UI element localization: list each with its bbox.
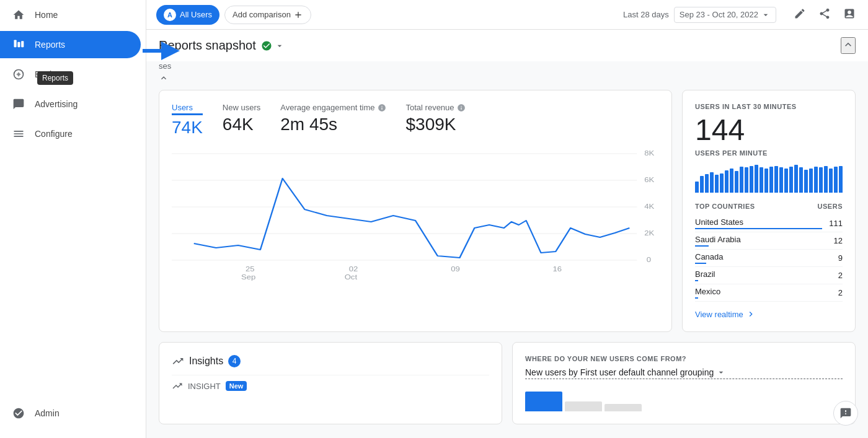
sidebar-item-home[interactable]: Home — [0, 1, 141, 28]
insights-count-badge: 4 — [228, 355, 241, 367]
svg-text:09: 09 — [451, 265, 460, 273]
country-list: United States 111 Saudi Arabia 12 Canada… — [695, 215, 843, 302]
country-name: United States — [695, 217, 829, 227]
metric-users-value: 74K — [172, 118, 203, 138]
sidebar-reports-label: Reports — [35, 40, 65, 50]
bar-item — [764, 169, 768, 193]
section-collapse[interactable] — [159, 73, 856, 85]
new-badge: New — [226, 381, 247, 391]
insights-title: Insights — [189, 356, 223, 367]
country-users: 2 — [838, 288, 843, 297]
main-area: A All Users Add comparison Last 28 days … — [146, 0, 868, 438]
bar-item — [715, 175, 719, 193]
admin-icon — [12, 407, 25, 419]
bar-item — [755, 165, 758, 193]
metric-engagement-label: Average engagement time — [280, 103, 386, 112]
bar-item — [799, 167, 803, 193]
insights-header: Insights 4 — [172, 355, 489, 367]
home-icon — [12, 9, 25, 21]
snapshot-header: Reports snapshot — [146, 30, 868, 61]
realtime-count: 144 — [695, 113, 843, 147]
bar-item — [819, 167, 823, 193]
svg-text:8K: 8K — [644, 149, 654, 157]
bar-item — [705, 174, 709, 193]
metric-revenue-value: $309K — [406, 115, 466, 134]
svg-rect-0 — [14, 40, 17, 48]
bar-item — [774, 166, 778, 193]
date-range-selector[interactable]: Sep 23 - Oct 20, 2022 — [674, 7, 776, 23]
sidebar-item-admin[interactable]: Admin — [0, 400, 141, 427]
insight-label: INSIGHT — [188, 382, 221, 391]
svg-marker-5 — [16, 73, 21, 76]
svg-rect-7 — [143, 49, 161, 53]
share-icon-button[interactable] — [816, 5, 833, 24]
sidebar-item-advertising[interactable]: Advertising — [0, 90, 141, 118]
all-users-button[interactable]: A All Users — [156, 5, 219, 25]
insight-row: INSIGHT New — [172, 375, 489, 396]
bar-item — [735, 171, 738, 193]
insights-icon-button[interactable] — [841, 5, 858, 24]
edit-icon-button[interactable] — [791, 5, 808, 24]
bar-item — [745, 167, 748, 193]
metric-new-users-label: New users — [223, 103, 260, 112]
reports-icon — [12, 38, 25, 51]
sidebar-item-reports[interactable]: Reports — [0, 31, 141, 58]
bar-item — [834, 167, 838, 193]
collapse-button[interactable] — [841, 37, 856, 54]
country-name: Canada — [695, 252, 838, 261]
bar-item — [839, 166, 843, 193]
country-bar — [695, 280, 698, 281]
channel-bar-chart — [525, 387, 843, 411]
feedback-button[interactable] — [833, 401, 858, 426]
countries-header: TOP COUNTRIES USERS — [695, 203, 843, 210]
charts-row: Users 74K New users 64K Average engageme… — [159, 90, 856, 332]
country-bar — [695, 297, 698, 299]
svg-text:6K: 6K — [644, 176, 654, 184]
new-users-card: WHERE DO YOUR NEW USERS COME FROM? New u… — [512, 342, 856, 424]
snapshot-status-badge[interactable] — [261, 40, 285, 51]
summary-ses-label: ses — [159, 61, 856, 71]
svg-rect-1 — [17, 42, 20, 47]
top-countries-label: TOP COUNTRIES — [695, 203, 755, 210]
sidebar-home-label: Home — [35, 10, 58, 20]
user-avatar: A — [164, 9, 176, 21]
where-label: WHERE DO YOUR NEW USERS COME FROM? — [525, 355, 843, 362]
bar-item — [789, 167, 793, 193]
bar-item — [710, 172, 714, 193]
bar-item — [740, 167, 743, 193]
metric-users[interactable]: Users 74K — [172, 103, 203, 138]
channel-grouping-select[interactable]: New users by First user default channel … — [525, 367, 843, 379]
svg-text:Sep: Sep — [241, 273, 256, 281]
add-comparison-button[interactable]: Add comparison — [224, 6, 311, 24]
svg-text:Oct: Oct — [345, 273, 358, 281]
metric-new-users[interactable]: New users 64K — [223, 103, 260, 138]
view-realtime-link[interactable]: View realtime — [695, 309, 843, 319]
country-name: Saudi Arabia — [695, 235, 834, 244]
sidebar-admin-label: Admin — [35, 408, 60, 418]
users-column-label: USERS — [818, 203, 843, 210]
realtime-title: USERS IN LAST 30 MINUTES — [695, 103, 843, 110]
svg-marker-6 — [161, 42, 180, 60]
country-users: 2 — [838, 271, 843, 280]
country-users: 111 — [829, 219, 843, 228]
bar-item — [750, 166, 753, 193]
svg-rect-2 — [21, 41, 24, 47]
bar-item — [760, 167, 763, 193]
country-bar — [695, 245, 709, 247]
svg-text:4K: 4K — [644, 203, 654, 211]
date-prefix: Last 28 days — [623, 10, 669, 19]
country-name: Mexico — [695, 287, 838, 296]
realtime-subtitle: USERS PER MINUTE — [695, 149, 843, 157]
country-row: Saudi Arabia 12 — [695, 232, 843, 250]
insight-item-icon — [172, 380, 183, 392]
bar-item — [824, 166, 828, 193]
sidebar-item-configure[interactable]: Configure — [0, 120, 141, 147]
country-name: Brazil — [695, 269, 838, 279]
content-area: ses Users 74K — [146, 61, 868, 438]
metric-revenue[interactable]: Total revenue $309K — [406, 103, 466, 138]
bar-item — [769, 167, 773, 193]
metric-revenue-label: Total revenue — [406, 103, 466, 112]
bar-item — [784, 169, 788, 193]
metric-engagement[interactable]: Average engagement time 2m 45s — [280, 103, 386, 138]
channel-label: New users by First user default channel … — [525, 367, 714, 377]
